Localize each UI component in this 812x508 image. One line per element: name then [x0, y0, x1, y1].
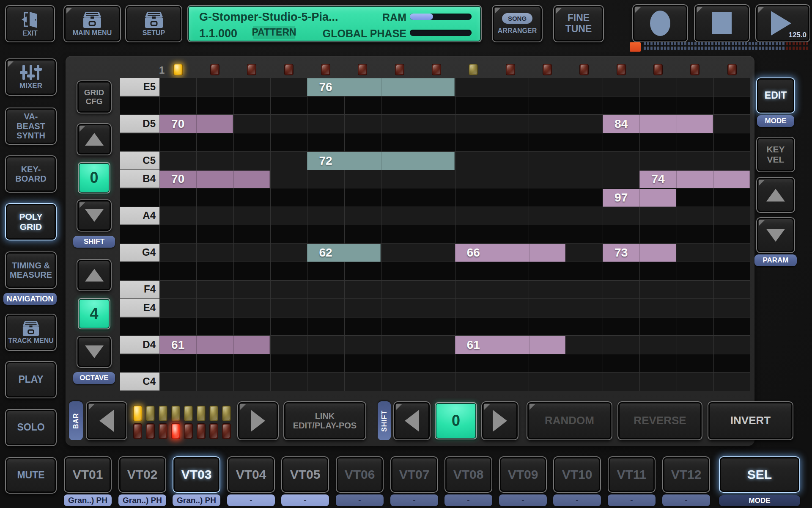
note-cell[interactable]: 62	[307, 244, 381, 262]
track-button-vt04[interactable]: VT04	[227, 456, 275, 493]
note-cell[interactable]: 66	[455, 244, 565, 262]
sidebar-item-mixer[interactable]: MIXER	[5, 58, 57, 96]
sidebar-item-play[interactable]: PLAY	[5, 361, 57, 398]
piano-key-A4[interactable]: A4	[120, 207, 159, 226]
main-menu-button[interactable]: MAIN MENU	[63, 5, 121, 42]
piano-key-D5[interactable]: D5	[120, 115, 159, 133]
note-cell[interactable]: 74	[639, 171, 750, 188]
note-cell[interactable]: 61	[159, 336, 270, 354]
piano-key-black[interactable]	[120, 318, 159, 336]
tick	[678, 47, 680, 50]
grid-row-black-13[interactable]	[159, 318, 750, 336]
grid-row-C4[interactable]	[159, 373, 750, 391]
track-button-vt03[interactable]: VT03	[173, 456, 220, 493]
note-cell[interactable]: 72	[307, 152, 454, 170]
param-up-button[interactable]	[756, 177, 795, 213]
tick	[782, 42, 785, 45]
note-shift-left-button[interactable]	[393, 401, 431, 440]
track-button-vt05[interactable]: VT05	[281, 456, 329, 493]
piano-key-E4[interactable]: E4	[120, 299, 159, 318]
octave-down-button[interactable]	[77, 336, 112, 368]
mixer-faders-icon	[19, 64, 43, 81]
random-button[interactable]: RANDOM	[527, 401, 612, 440]
note-shift-value-display[interactable]: 0	[435, 402, 477, 439]
record-button[interactable]	[632, 4, 688, 42]
note-cell[interactable]: 70	[159, 115, 233, 133]
piano-key-E5[interactable]: E5	[120, 78, 159, 97]
piano-key-black[interactable]	[120, 133, 159, 152]
exit-button[interactable]: EXIT	[5, 5, 55, 42]
piano-key-black[interactable]	[120, 97, 159, 115]
song-arranger-button[interactable]: SONG ARRANGER	[492, 5, 543, 42]
grid-row-F4[interactable]	[159, 281, 750, 299]
sidebar-item-va-beast-synth[interactable]: VA-BEAST SYNTH	[5, 108, 57, 145]
sidebar-item-keyboard[interactable]: KEY-BOARD	[5, 155, 57, 193]
track-label: VT05	[290, 467, 321, 482]
track-button-vt01[interactable]: VT01	[64, 456, 112, 493]
grid-row-black-3[interactable]	[159, 133, 750, 152]
grid-row-black-15[interactable]	[159, 354, 750, 373]
sel-mode-button[interactable]: SEL	[719, 456, 800, 493]
bar-next-button[interactable]	[237, 401, 279, 440]
note-cell[interactable]: 61	[455, 336, 565, 354]
note-cell[interactable]: 73	[603, 244, 676, 262]
track-button-vt09[interactable]: VT09	[499, 456, 547, 493]
play-button[interactable]: 125.0	[755, 4, 810, 42]
sidebar-item-poly-grid[interactable]: POLY GRID	[5, 203, 57, 240]
piano-key-D4[interactable]: D4	[120, 336, 159, 354]
param-down-button[interactable]	[756, 217, 795, 253]
g-stomper-studio-app: EXIT MAIN MENU SETUP	[0, 0, 812, 508]
grid-row-C5[interactable]	[159, 152, 750, 170]
note-cell[interactable]: 76	[307, 78, 454, 96]
grid-row-E4[interactable]	[159, 299, 750, 318]
shift-down-button[interactable]	[77, 199, 112, 232]
grid-row-black-10[interactable]	[159, 262, 750, 281]
piano-key-C4[interactable]: C4	[120, 373, 159, 391]
piano-key-C5[interactable]: C5	[120, 152, 159, 170]
edit-mode-button[interactable]: EDIT	[756, 77, 795, 113]
key-vel-button[interactable]: KEY VEL	[756, 137, 795, 172]
track-button-vt07[interactable]: VT07	[390, 456, 438, 493]
piano-key-black[interactable]	[120, 225, 159, 244]
note-cell[interactable]: 84	[603, 115, 713, 133]
tick	[667, 47, 669, 50]
stop-button[interactable]	[694, 4, 750, 42]
sidebar-item-timing-measure[interactable]: TIMING & MEASURE	[5, 251, 57, 289]
grid-cfg-button[interactable]: GRID CFG	[77, 80, 112, 113]
grid-row-E5[interactable]	[159, 78, 750, 97]
invert-button[interactable]: INVERT	[708, 401, 793, 440]
track-label: VT02	[127, 467, 158, 482]
octave-value-display[interactable]: 4	[78, 298, 110, 329]
track-button-vt12[interactable]: VT12	[662, 456, 710, 493]
tick	[688, 42, 690, 45]
octave-up-button[interactable]	[77, 259, 112, 291]
shift-up-button[interactable]	[77, 123, 112, 155]
grid-row-black-8[interactable]	[159, 225, 750, 244]
track-button-vt08[interactable]: VT08	[444, 456, 492, 493]
piano-key-B4[interactable]: B4	[120, 170, 159, 189]
shift-value-display[interactable]: 0	[78, 162, 110, 193]
link-edit-play-pos-button[interactable]: LINK EDIT/PLAY-POS	[283, 401, 366, 440]
setup-button[interactable]: SETUP	[125, 5, 182, 42]
piano-key-black[interactable]	[120, 262, 159, 281]
piano-key-G4[interactable]: G4	[120, 244, 159, 262]
track-button-vt02[interactable]: VT02	[118, 456, 166, 493]
piano-key-black[interactable]	[120, 188, 159, 207]
sidebar-item-solo[interactable]: SOLO	[5, 409, 57, 446]
bar-prev-button[interactable]	[86, 401, 127, 440]
grid-row-black-1[interactable]	[159, 97, 750, 115]
fine-tune-button[interactable]: FINE TUNE	[553, 5, 604, 42]
note-shift-right-button[interactable]	[481, 401, 518, 440]
piano-key-black[interactable]	[120, 354, 159, 373]
note-cell[interactable]: 97	[603, 189, 676, 207]
mute-button[interactable]: MUTE	[5, 457, 57, 494]
reverse-button[interactable]: REVERSE	[617, 401, 702, 440]
note-cell[interactable]: 70	[159, 171, 270, 188]
tick	[738, 42, 741, 45]
piano-key-F4[interactable]: F4	[120, 281, 159, 299]
track-button-vt10[interactable]: VT10	[553, 456, 601, 493]
sidebar-item-track-menu[interactable]: TRACK MENU	[5, 314, 57, 351]
track-button-vt11[interactable]: VT11	[608, 456, 656, 493]
grid-row-A4[interactable]	[159, 207, 750, 226]
track-button-vt06[interactable]: VT06	[336, 456, 384, 493]
